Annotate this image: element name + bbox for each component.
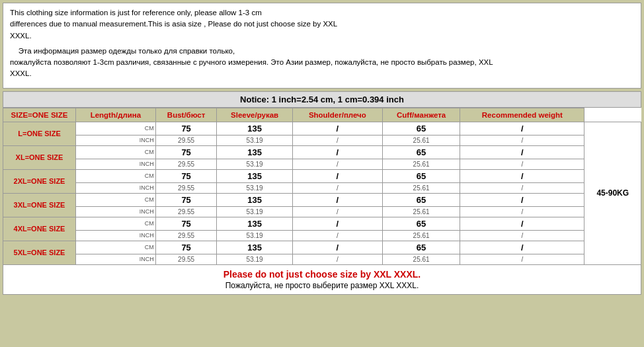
header-cuff: Cuff/манжета xyxy=(382,108,460,122)
cm_shoulder: 65 xyxy=(382,169,460,182)
unit-inch: INCH xyxy=(76,182,156,193)
inch_sleeve: / xyxy=(292,206,382,217)
cm_shoulder: 65 xyxy=(382,241,460,254)
header-bust: Bust/бюст xyxy=(155,108,217,122)
table-row-inch: INCH29.5553.19/25.61/ xyxy=(3,254,641,264)
main-container: This clothing size information is just f… xyxy=(0,0,644,297)
header-sleeve: Sleeve/рукав xyxy=(217,108,292,122)
header-shoulder: Shoulder/плечо xyxy=(292,108,382,122)
cm_length: 75 xyxy=(155,241,217,254)
inch_bust: 53.19 xyxy=(217,135,292,145)
size-label: 4XL=ONE SIZE xyxy=(3,217,76,241)
size-table: SIZE=ONE SIZE Length/длина Bust/бюст Sle… xyxy=(3,108,641,265)
cm_length: 75 xyxy=(155,169,217,182)
inch_sleeve: / xyxy=(292,230,382,241)
unit-inch: INCH xyxy=(76,206,156,217)
cm_cuff: / xyxy=(460,217,584,230)
inch_bust: 53.19 xyxy=(217,254,292,264)
conversion-notice: Notice: 1 inch=2.54 cm, 1 cm=0.394 inch xyxy=(3,91,641,108)
unit-inch: INCH xyxy=(76,254,156,264)
table-header: SIZE=ONE SIZE Length/длина Bust/бюст Sle… xyxy=(3,108,641,122)
inch_cuff: / xyxy=(460,135,584,145)
table-row: 4XL=ONE SIZECM75135/65/ xyxy=(3,217,641,230)
unit-inch: INCH xyxy=(76,135,156,145)
cm_bust: 135 xyxy=(217,169,292,182)
inch_cuff: / xyxy=(460,254,584,264)
cm_sleeve: / xyxy=(292,217,382,230)
table-row: 3XL=ONE SIZECM75135/65/ xyxy=(3,193,641,206)
inch_length: 29.55 xyxy=(155,230,217,241)
inch_sleeve: / xyxy=(292,159,382,169)
unit-cm: CM xyxy=(76,217,156,230)
table-row-inch: INCH29.5553.19/25.61/ xyxy=(3,182,641,193)
inch_length: 29.55 xyxy=(155,135,217,145)
inch_length: 29.55 xyxy=(155,182,217,193)
cm_bust: 135 xyxy=(217,193,292,206)
table-row: 5XL=ONE SIZECM75135/65/ xyxy=(3,241,641,254)
unit-inch: INCH xyxy=(76,230,156,241)
size-label: XL=ONE SIZE xyxy=(3,145,76,169)
inch_sleeve: / xyxy=(292,254,382,264)
notice-russian: Эта информация размер одежды только для … xyxy=(10,46,634,80)
cm_length: 75 xyxy=(155,217,217,230)
unit-inch: INCH xyxy=(76,159,156,169)
cm_sleeve: / xyxy=(292,193,382,206)
inch_shoulder: 25.61 xyxy=(382,159,460,169)
inch_sleeve: / xyxy=(292,135,382,145)
cm_sleeve: / xyxy=(292,241,382,254)
notice-english: This clothing size information is just f… xyxy=(10,7,634,42)
cm_cuff: / xyxy=(460,241,584,254)
table-row: XL=ONE SIZECM75135/65/ xyxy=(3,145,641,159)
table-row-inch: INCH29.5553.19/25.61/ xyxy=(3,135,641,145)
inch_cuff: / xyxy=(460,230,584,241)
inch_cuff: / xyxy=(460,206,584,217)
inch_shoulder: 25.61 xyxy=(382,230,460,241)
table-row-inch: INCH29.5553.19/25.61/ xyxy=(3,206,641,217)
header-recommended: Recommended weight xyxy=(460,108,584,122)
inch_length: 29.55 xyxy=(155,159,217,169)
inch_cuff: / xyxy=(460,159,584,169)
cm_cuff: / xyxy=(460,193,584,206)
cm_length: 75 xyxy=(155,193,217,206)
cm_sleeve: / xyxy=(292,169,382,182)
cm_bust: 135 xyxy=(217,241,292,254)
cm_bust: 135 xyxy=(217,145,292,159)
inch_bust: 53.19 xyxy=(217,230,292,241)
inch_length: 29.55 xyxy=(155,206,217,217)
cm_cuff: / xyxy=(460,145,584,159)
header-size: SIZE=ONE SIZE xyxy=(3,108,76,122)
inch_bust: 53.19 xyxy=(217,182,292,193)
size-label: L=ONE SIZE xyxy=(3,122,76,145)
table-row-inch: INCH29.5553.19/25.61/ xyxy=(3,159,641,169)
footer-english: Please do not just choose size by XXL XX… xyxy=(6,269,638,280)
size-label: 3XL=ONE SIZE xyxy=(3,193,76,217)
cm_shoulder: 65 xyxy=(382,193,460,206)
recommended-weight: 45-90KG xyxy=(584,122,641,264)
cm_cuff: / xyxy=(460,169,584,182)
unit-cm: CM xyxy=(76,241,156,254)
inch_bust: 53.19 xyxy=(217,159,292,169)
inch_shoulder: 25.61 xyxy=(382,135,460,145)
footer-russian: Пожалуйста, не просто выберите размер XX… xyxy=(6,281,638,290)
cm_sleeve: / xyxy=(292,145,382,159)
cm_shoulder: 65 xyxy=(382,145,460,159)
cm_bust: 135 xyxy=(217,217,292,230)
size-label: 2XL=ONE SIZE xyxy=(3,169,76,193)
cm_bust: 135 xyxy=(217,122,292,135)
table-row-inch: INCH29.5553.19/25.61/ xyxy=(3,230,641,241)
inch_shoulder: 25.61 xyxy=(382,206,460,217)
cm_length: 75 xyxy=(155,145,217,159)
inch_bust: 53.19 xyxy=(217,206,292,217)
table-row: L=ONE SIZECM75135/65/45-90KG xyxy=(3,122,641,135)
inch_cuff: / xyxy=(460,182,584,193)
cm_sleeve: / xyxy=(292,122,382,135)
unit-cm: CM xyxy=(76,122,156,135)
unit-cm: CM xyxy=(76,169,156,182)
inch_shoulder: 25.61 xyxy=(382,182,460,193)
cm_shoulder: 65 xyxy=(382,122,460,135)
table-row: 2XL=ONE SIZECM75135/65/ xyxy=(3,169,641,182)
notice-box: This clothing size information is just f… xyxy=(3,3,641,89)
cm_cuff: / xyxy=(460,122,584,135)
unit-cm: CM xyxy=(76,145,156,159)
inch_shoulder: 25.61 xyxy=(382,254,460,264)
